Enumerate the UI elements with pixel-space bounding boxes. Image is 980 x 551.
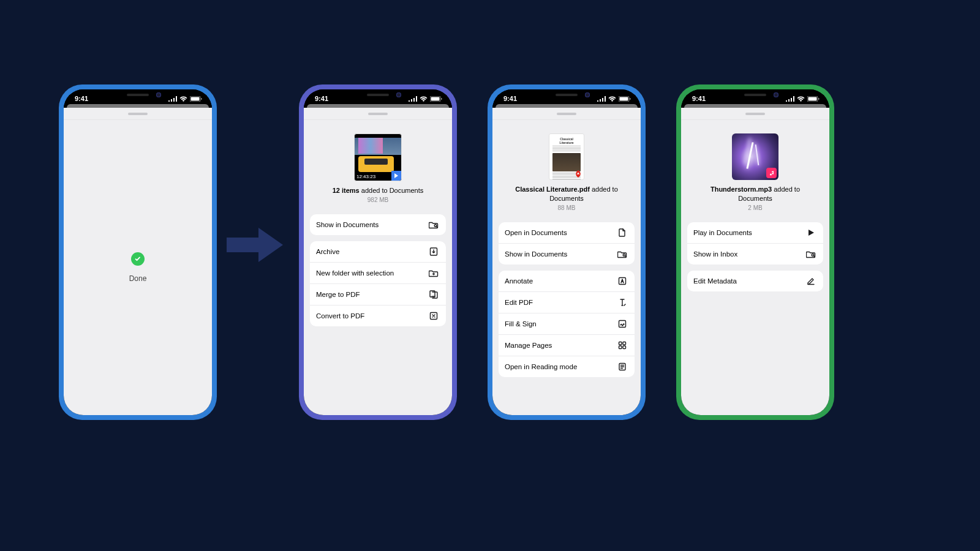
sheet-title: Classical Literature.pdf added to Docume… [499,185,635,203]
action-row[interactable]: Open in Reading mode [499,356,635,377]
archive-icon [429,247,439,257]
action-label: Manage Pages [505,342,552,349]
done-label: Done [129,274,147,283]
folder-search-icon [429,220,439,230]
action-label: Show in Documents [505,250,567,258]
pdf-thumbnail: Classical Literature [549,133,584,180]
sheet-handle[interactable] [745,113,765,115]
sheet-handle[interactable] [368,113,388,115]
svg-rect-12 [620,97,628,100]
svg-rect-5 [441,98,442,100]
battery-icon [619,96,631,102]
pdf-badge-icon [574,170,582,178]
edit-icon [806,276,816,286]
action-row[interactable]: Open in Documents [499,222,635,243]
phone-frame-1: 9:41 Done [59,84,217,420]
action-row[interactable]: Manage Pages [499,334,635,356]
action-row[interactable]: Edit Metadata [687,271,823,291]
sheet-subtitle: 982 MB [368,197,388,203]
action-row[interactable]: Edit PDF [499,291,635,313]
action-label: Merge to PDF [316,291,360,298]
svg-rect-15 [619,277,626,284]
action-row[interactable]: New folder with selection [310,262,446,283]
action-group-2: Edit Metadata [687,271,823,291]
video-duration: 12:43:23 [356,174,375,179]
status-time: 9:41 [75,95,88,102]
audio-badge-icon [766,168,777,178]
action-row[interactable]: Annotate [499,271,635,291]
battery-icon [430,96,442,102]
action-label: New folder with selection [316,269,394,277]
phone-frame-3: 9:41 Classical Literature [488,84,646,420]
action-row[interactable]: Show in Documents [310,214,446,235]
convert-pdf-icon [429,311,439,321]
action-label: Play in Documents [693,229,752,236]
status-time: 9:41 [315,95,328,102]
action-group-2: ArchiveNew folder with selectionMerge to… [310,241,446,326]
action-label: Show in Inbox [693,250,737,258]
svg-rect-18 [623,342,626,345]
reading-icon [617,362,627,372]
sheet-handle[interactable] [557,113,576,115]
sheet-subtitle: 88 MB [558,204,576,211]
play-badge-icon [391,171,401,181]
sign-icon [617,319,627,329]
svg-rect-20 [623,346,626,349]
sheet-title: Thunderstorm.mp3 added to Documents [687,185,823,203]
action-row[interactable]: Show in Inbox [687,243,823,264]
action-group-1: Show in Documents [310,214,446,235]
action-label: Show in Documents [316,221,379,228]
action-row[interactable]: Convert to PDF [310,305,446,326]
audio-thumbnail [732,133,778,180]
action-row[interactable]: Merge to PDFPDF [310,283,446,305]
document-icon [617,228,627,238]
action-label: Open in Reading mode [505,363,577,370]
grid-icon [617,340,627,350]
text-cursor-icon [617,298,627,307]
wifi-icon [179,96,187,102]
merge-pdf-icon: PDF [429,290,439,299]
svg-rect-1 [191,97,200,100]
action-label: Convert to PDF [316,312,364,320]
wifi-icon [420,96,428,102]
battery-icon [807,96,820,102]
svg-rect-13 [630,98,631,100]
action-row[interactable]: Show in Documents [499,243,635,264]
svg-text:PDF: PDF [432,296,437,298]
status-time: 9:41 [692,95,706,102]
action-group-1: Open in DocumentsShow in Documents [499,222,635,264]
phone-frame-4: 9:41 [676,84,834,420]
wifi-icon [608,96,616,102]
checkmark-icon [131,252,145,266]
action-group-2: AnnotateEdit PDFFill & SignManage PagesO… [499,271,635,377]
action-label: Fill & Sign [505,320,537,328]
action-row[interactable]: Fill & Sign [499,313,635,334]
battery-icon [190,96,202,102]
action-label: Edit Metadata [693,277,737,285]
annotate-icon [617,276,627,286]
action-label: Open in Documents [505,229,567,236]
sheet-handle[interactable] [128,113,148,115]
action-row[interactable]: Play in Documents [687,222,823,243]
svg-rect-23 [809,97,817,100]
folder-search-icon [806,249,816,259]
play-icon [806,228,816,238]
action-group-1: Play in DocumentsShow in Inbox [687,222,823,264]
sheet-subtitle: 2 MB [748,204,762,211]
phone-frame-2: 9:41 12:43:23 [299,84,457,420]
svg-rect-2 [201,98,202,100]
svg-rect-4 [431,97,440,100]
status-time: 9:41 [503,95,517,102]
svg-rect-16 [619,320,626,327]
svg-rect-19 [619,346,622,349]
video-thumbnail: 12:43:23 [354,133,402,181]
sheet-title: 12 items added to Documents [322,186,435,195]
svg-rect-24 [818,98,820,100]
svg-rect-17 [619,342,622,345]
action-label: Edit PDF [505,299,533,306]
action-label: Annotate [505,277,533,285]
action-label: Archive [316,248,339,255]
new-folder-icon [429,268,439,278]
arrow-icon [224,220,285,269]
action-row[interactable]: Archive [310,241,446,262]
